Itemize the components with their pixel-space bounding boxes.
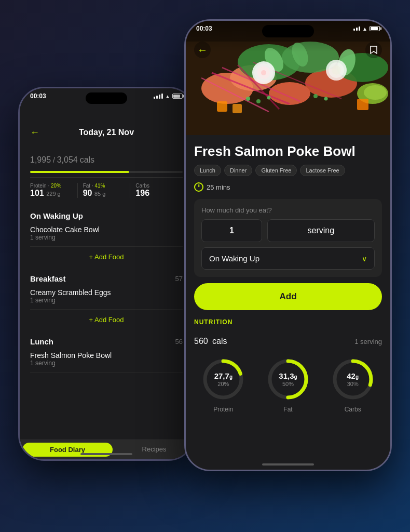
fat-circle-pct: 50% (279, 380, 297, 387)
cals-value: 560 cals (194, 330, 227, 347)
protein-circle-label: Protein (213, 406, 233, 413)
meal-dropdown[interactable]: On Waking Up ∨ (201, 247, 375, 270)
notch-front (262, 25, 314, 37)
status-time-front: 00:03 (196, 25, 212, 32)
time-label: 25 mins (207, 183, 230, 191)
svg-point-3 (269, 82, 310, 105)
diary-header: ← Today, 21 Nov (20, 102, 193, 143)
food-serving-poke: 1 serving (30, 360, 183, 367)
diary-date: Today, 21 Nov (79, 128, 134, 137)
tags-row: Lunch Dinner Gluten Free Lactose Free (194, 165, 382, 176)
food-detail-scroll[interactable]: Fresh Salmon Poke Bowl Lunch Dinner Glut… (186, 135, 390, 470)
food-item-poke[interactable]: Fresh Salmon Poke Bowl 1 serving (30, 346, 183, 373)
protein-center-text: 27,7g 20% (214, 372, 233, 387)
nutrition-serving: 1 serving (354, 338, 382, 345)
back-arrow-diary[interactable]: ← (30, 127, 39, 138)
food-serving-eggs: 1 serving (30, 297, 183, 304)
protein-circle-value: 27,7g (214, 372, 233, 381)
meal-title-lunch: Lunch (30, 337, 53, 346)
serving-selector[interactable]: serving (267, 219, 375, 242)
back-arrow-detail[interactable]: ← (194, 42, 211, 58)
tag-gluten-free[interactable]: Gluten Free (255, 165, 297, 176)
status-time-back: 00:03 (30, 92, 46, 100)
protein-circle-item: 27,7g 20% Protein (194, 356, 253, 413)
signal-4 (161, 94, 163, 99)
svg-rect-31 (233, 104, 242, 113)
meal-breakfast: Breakfast 57 Creamy Scrambled Eggs 1 ser… (20, 267, 193, 330)
meal-title-waking: On Waking Up (30, 211, 83, 220)
bookmark-button[interactable] (365, 42, 382, 58)
tag-dinner[interactable]: Dinner (224, 165, 252, 176)
carbs-circle-container: 42g 30% (330, 356, 376, 403)
nutrition-cals-display: 560 cals (194, 330, 227, 348)
chevron-down-icon: ∨ (362, 255, 367, 263)
calories-section: 1,995 / 3,054 cals Protein · 20% 101 229… (20, 143, 193, 204)
nutrition-cals-row: 560 cals 1 serving (194, 330, 382, 348)
add-button[interactable]: Add (194, 283, 382, 310)
svg-rect-32 (357, 99, 368, 110)
carbs-macro: Carbs 196 (130, 183, 183, 198)
status-icons-back: ▲ (154, 94, 183, 99)
signal-3 (159, 95, 160, 99)
svg-point-27 (324, 97, 328, 101)
meal-dropdown-value: On Waking Up (209, 254, 259, 263)
nutrition-section: NUTRITION 560 cals 1 serving (194, 318, 382, 423)
food-name-poke: Fresh Salmon Poke Bowl (30, 351, 183, 360)
fat-label: Fat · 41% (83, 183, 125, 189)
wifi-icon: ▲ (165, 94, 170, 99)
fat-circle-value: 31,3g (279, 372, 297, 381)
add-food-breakfast[interactable]: + Add Food (30, 310, 183, 330)
amount-row: 1 serving (201, 219, 375, 242)
protein-label: Protein · 20% (30, 183, 72, 189)
fat-circle-item: 31,3g 50% Fat (259, 356, 318, 413)
carbs-circle-item: 42g 30% Carbs (323, 356, 382, 413)
calories-display: 1,995 / 3,054 cals (30, 148, 183, 167)
fat-macro: Fat · 41% 90 85 g (78, 183, 131, 198)
tag-lunch[interactable]: Lunch (194, 165, 221, 176)
fat-circle-container: 31,3g 50% (265, 356, 311, 403)
meal-on-waking-up: On Waking Up Chocolate Cake Bowl 1 servi… (20, 204, 193, 267)
carbs-center-text: 42g 30% (347, 372, 359, 387)
battery-icon (172, 94, 183, 99)
carbs-circle-label: Carbs (345, 406, 361, 413)
food-name-chocolate: Chocolate Cake Bowl (30, 225, 183, 234)
carbs-circle-value: 42g (347, 372, 359, 381)
tab-recipes[interactable]: Recipes (115, 440, 193, 459)
food-name-eggs: Creamy Scrambled Eggs (30, 288, 183, 297)
how-much-label: How much did you eat? (201, 206, 375, 214)
svg-point-19 (261, 70, 266, 75)
nutrition-heading: NUTRITION (194, 318, 382, 326)
svg-point-29 (364, 85, 387, 100)
svg-point-22 (332, 65, 341, 75)
timer-icon (194, 182, 203, 192)
meal-lunch: Lunch 56 Fresh Salmon Poke Bowl 1 servin… (20, 330, 193, 373)
battery-icon-front (370, 26, 380, 31)
food-item-chocolate-cake[interactable]: Chocolate Cake Bowl 1 serving (30, 220, 183, 247)
svg-point-26 (313, 94, 318, 98)
amount-input[interactable]: 1 (201, 219, 262, 242)
food-detail-title: Fresh Salmon Poke Bowl (194, 143, 382, 159)
food-image: ← (186, 21, 390, 135)
add-food-waking[interactable]: + Add Food (30, 247, 183, 267)
signal-1 (154, 97, 155, 99)
tag-lactose-free[interactable]: Lactose Free (300, 165, 345, 176)
time-row: 25 mins (194, 182, 382, 192)
meal-title-breakfast: Breakfast (30, 274, 65, 283)
macro-circles: 27,7g 20% Protein (194, 356, 382, 413)
fat-value: 90 85 g (83, 189, 125, 198)
protein-macro: Protein · 20% 101 229 g (30, 183, 78, 198)
status-icons-front: ▲ (353, 26, 380, 32)
food-detail-phone: 00:03 ▲ (184, 19, 392, 471)
macros-row: Protein · 20% 101 229 g Fat · 41% 90 85 … (30, 177, 183, 198)
calories-progress (30, 171, 183, 173)
protein-value: 101 229 g (30, 189, 72, 198)
how-much-section: How much did you eat? 1 serving On Wakin… (194, 199, 382, 277)
svg-point-25 (267, 96, 271, 100)
carbs-value: 196 (135, 189, 177, 198)
home-indicator-back (80, 453, 132, 455)
calories-progress-fill (30, 171, 129, 173)
meal-cals-lunch: 56 (175, 338, 183, 345)
carbs-label: Carbs (135, 183, 177, 189)
food-diary-phone: 00:03 ▲ ← Today, 21 Nov (18, 87, 195, 461)
food-item-eggs[interactable]: Creamy Scrambled Eggs 1 serving (30, 283, 183, 310)
